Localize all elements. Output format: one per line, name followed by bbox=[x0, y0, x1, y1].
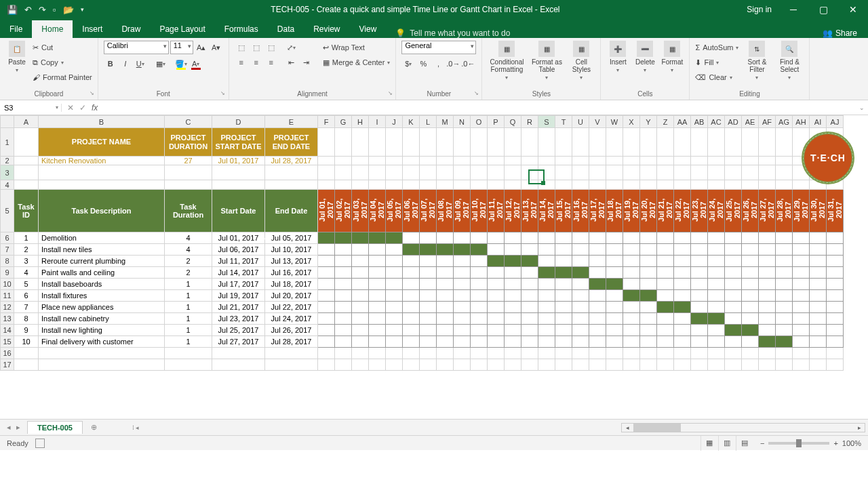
gantt-cell[interactable] bbox=[318, 290, 335, 302]
tab-file[interactable]: File bbox=[0, 20, 32, 38]
gantt-cell[interactable] bbox=[437, 267, 454, 279]
gantt-cell[interactable] bbox=[657, 336, 674, 348]
gantt-cell[interactable] bbox=[589, 279, 606, 290]
gantt-cell[interactable] bbox=[708, 232, 725, 244]
gantt-cell[interactable] bbox=[471, 290, 488, 302]
col-header-AJ[interactable]: AJ bbox=[827, 116, 844, 128]
formula-input[interactable] bbox=[102, 100, 856, 115]
gantt-cell[interactable] bbox=[386, 336, 403, 348]
gantt-cell[interactable] bbox=[725, 279, 742, 290]
gantt-cell[interactable] bbox=[335, 290, 352, 302]
row-header-11[interactable]: 11 bbox=[1, 290, 14, 302]
gantt-cell[interactable] bbox=[555, 336, 572, 348]
project-end-value[interactable]: Jul 28, 2017 bbox=[265, 157, 318, 165]
gantt-cell[interactable] bbox=[759, 267, 776, 279]
align-bottom-button[interactable]: ⬚ bbox=[264, 41, 278, 54]
row-header-10[interactable]: 10 bbox=[1, 279, 14, 290]
col-header-T[interactable]: T bbox=[555, 116, 572, 128]
gantt-cell[interactable] bbox=[318, 232, 335, 244]
sort-filter-button[interactable]: ⇅Sort & Filter▾ bbox=[743, 41, 771, 81]
gantt-cell[interactable] bbox=[538, 302, 555, 313]
gantt-cell[interactable] bbox=[742, 336, 759, 348]
gantt-cell[interactable] bbox=[454, 279, 471, 290]
gantt-cell[interactable] bbox=[776, 313, 793, 325]
task-end-4[interactable]: Jul 16, 2017 bbox=[265, 267, 318, 279]
gantt-cell[interactable] bbox=[708, 325, 725, 336]
copy-button[interactable]: ⧉Copy▾ bbox=[33, 56, 92, 69]
task-end-2[interactable]: Jul 10, 2017 bbox=[265, 244, 318, 256]
gantt-cell[interactable] bbox=[674, 325, 691, 336]
close-button[interactable]: ✕ bbox=[838, 0, 868, 19]
gantt-cell[interactable] bbox=[742, 302, 759, 313]
gantt-cell[interactable] bbox=[471, 232, 488, 244]
gantt-cell[interactable] bbox=[623, 232, 640, 244]
task-dur-4[interactable]: 2 bbox=[165, 267, 212, 279]
task-id-4[interactable]: 4 bbox=[14, 267, 39, 279]
tell-me-search[interactable]: 💡 Tell me what you want to do bbox=[395, 28, 510, 38]
task-desc-10[interactable]: Final delivery with customer bbox=[39, 336, 165, 348]
gantt-cell[interactable] bbox=[827, 336, 844, 348]
gantt-cell[interactable] bbox=[606, 302, 623, 313]
gantt-cell[interactable] bbox=[403, 313, 420, 325]
gantt-cell[interactable] bbox=[572, 302, 589, 313]
gantt-cell[interactable] bbox=[471, 325, 488, 336]
gantt-cell[interactable] bbox=[369, 290, 386, 302]
task-end-5[interactable]: Jul 18, 2017 bbox=[265, 279, 318, 290]
task-dur-8[interactable]: 1 bbox=[165, 313, 212, 325]
gantt-cell[interactable] bbox=[793, 336, 810, 348]
gantt-cell[interactable] bbox=[335, 313, 352, 325]
gantt-cell[interactable] bbox=[589, 290, 606, 302]
task-start-7[interactable]: Jul 21, 2017 bbox=[212, 302, 265, 313]
col-header-C[interactable]: C bbox=[165, 116, 212, 128]
gantt-cell[interactable] bbox=[386, 279, 403, 290]
col-header-AA[interactable]: AA bbox=[674, 116, 691, 128]
gantt-cell[interactable] bbox=[793, 313, 810, 325]
row-header-12[interactable]: 12 bbox=[1, 302, 14, 313]
col-header-U[interactable]: U bbox=[572, 116, 589, 128]
task-dur-9[interactable]: 1 bbox=[165, 325, 212, 336]
gantt-cell[interactable] bbox=[521, 336, 538, 348]
gantt-cell[interactable] bbox=[708, 336, 725, 348]
gantt-cell[interactable] bbox=[606, 267, 623, 279]
task-desc-8[interactable]: Install new cabinetry bbox=[39, 313, 165, 325]
gantt-cell[interactable] bbox=[793, 232, 810, 244]
gantt-cell[interactable] bbox=[776, 244, 793, 256]
gantt-cell[interactable] bbox=[471, 279, 488, 290]
fx-icon[interactable]: fx bbox=[92, 103, 102, 113]
col-header-B[interactable]: B bbox=[39, 116, 165, 128]
tab-page-layout[interactable]: Page Layout bbox=[150, 20, 214, 38]
gantt-cell[interactable] bbox=[488, 279, 505, 290]
col-header-W[interactable]: W bbox=[606, 116, 623, 128]
align-right-button[interactable]: ≡ bbox=[264, 56, 278, 69]
gantt-cell[interactable] bbox=[335, 267, 352, 279]
gantt-cell[interactable] bbox=[810, 290, 827, 302]
font-size-combo[interactable]: 11 bbox=[170, 41, 193, 54]
gantt-cell[interactable] bbox=[403, 336, 420, 348]
gantt-cell[interactable] bbox=[454, 244, 471, 256]
task-end-3[interactable]: Jul 13, 2017 bbox=[265, 256, 318, 267]
gantt-cell[interactable] bbox=[657, 244, 674, 256]
col-header-N[interactable]: N bbox=[454, 116, 471, 128]
page-layout-view-button[interactable]: ▥ bbox=[718, 436, 736, 451]
page-break-view-button[interactable]: ▤ bbox=[736, 436, 753, 451]
col-header-X[interactable]: X bbox=[623, 116, 640, 128]
gantt-cell[interactable] bbox=[386, 232, 403, 244]
gantt-cell[interactable] bbox=[759, 336, 776, 348]
merge-center-button[interactable]: ▦Merge & Center▾ bbox=[323, 56, 391, 69]
gantt-cell[interactable] bbox=[521, 302, 538, 313]
gantt-cell[interactable] bbox=[725, 267, 742, 279]
wrap-text-button[interactable]: ↩Wrap Text bbox=[323, 41, 391, 54]
macro-record-button[interactable] bbox=[35, 439, 45, 448]
gantt-cell[interactable] bbox=[471, 256, 488, 267]
gantt-cell[interactable] bbox=[623, 302, 640, 313]
gantt-cell[interactable] bbox=[555, 325, 572, 336]
gantt-cell[interactable] bbox=[420, 244, 437, 256]
task-start-3[interactable]: Jul 11, 2017 bbox=[212, 256, 265, 267]
gantt-cell[interactable] bbox=[708, 244, 725, 256]
gantt-cell[interactable] bbox=[369, 244, 386, 256]
gantt-cell[interactable] bbox=[589, 232, 606, 244]
gantt-cell[interactable] bbox=[352, 302, 369, 313]
gantt-cell[interactable] bbox=[708, 302, 725, 313]
gantt-cell[interactable] bbox=[488, 336, 505, 348]
gantt-cell[interactable] bbox=[437, 279, 454, 290]
